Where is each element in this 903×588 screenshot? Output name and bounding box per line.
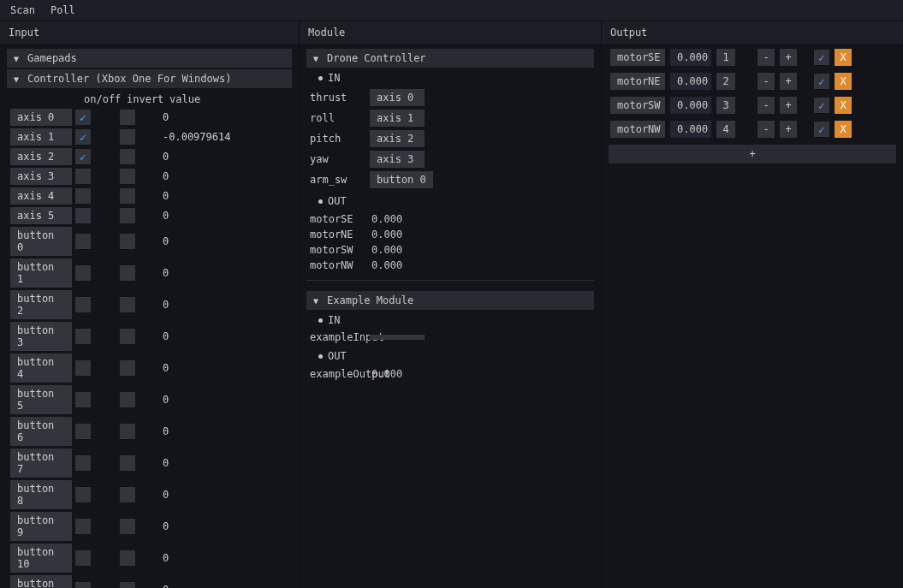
invert-checkbox[interactable] [120, 129, 135, 145]
invert-checkbox[interactable] [120, 297, 135, 312]
onoff-checkbox[interactable] [75, 129, 91, 145]
add-output-button[interactable]: + [609, 145, 896, 163]
invert-checkbox[interactable] [120, 265, 135, 281]
input-value: 0 [139, 425, 169, 437]
module-input-assign[interactable]: axis 1 [370, 110, 425, 127]
invert-checkbox[interactable] [120, 234, 135, 249]
menu-scan[interactable]: Scan [10, 4, 35, 16]
onoff-checkbox[interactable] [75, 392, 91, 407]
onoff-checkbox[interactable] [75, 169, 91, 184]
onoff-checkbox[interactable] [75, 519, 91, 534]
module-output-name: motorNW [310, 259, 361, 271]
output-enable-checkbox[interactable] [814, 74, 829, 89]
tree-gamepads[interactable]: ▼ Gamepads [7, 49, 292, 68]
chevron-down-icon: ▼ [14, 54, 22, 63]
onoff-checkbox[interactable] [75, 455, 91, 471]
delete-button[interactable]: X [835, 73, 852, 90]
onoff-checkbox[interactable] [75, 424, 91, 439]
module-input-assign[interactable]: axis 2 [370, 130, 425, 147]
plus-button[interactable]: + [780, 121, 797, 138]
onoff-checkbox[interactable] [75, 110, 91, 125]
delete-button[interactable]: X [835, 121, 852, 138]
module-output-value: 0.000 [371, 244, 402, 256]
panel-module-body: ▼Drone ControllerINthrustaxis 0rollaxis … [300, 44, 601, 588]
plus-button[interactable]: + [780, 49, 797, 66]
input-value: 0 [139, 111, 169, 123]
onoff-checkbox[interactable] [75, 329, 91, 344]
menu-poll[interactable]: Poll [50, 4, 75, 16]
invert-checkbox[interactable] [120, 329, 135, 344]
out-section: OUT [306, 346, 594, 366]
output-index[interactable]: 3 [716, 97, 735, 114]
output-index[interactable]: 2 [716, 73, 735, 90]
input-row: button 80 [7, 480, 292, 509]
invert-checkbox[interactable] [120, 550, 135, 566]
input-name-chip: button 1 [10, 258, 72, 288]
onoff-checkbox[interactable] [75, 550, 91, 566]
onoff-checkbox[interactable] [75, 149, 91, 164]
module-input-assign[interactable]: axis 0 [370, 89, 425, 106]
invert-checkbox[interactable] [120, 149, 135, 164]
input-name-chip: button 3 [10, 322, 72, 351]
panel-output-body: motorSE0.0001-+XmotorNE0.0002-+XmotorSW0… [602, 44, 903, 588]
onoff-checkbox[interactable] [75, 297, 91, 312]
input-row: button 30 [7, 322, 292, 351]
input-row: button 50 [7, 385, 292, 414]
minus-button[interactable]: - [757, 97, 775, 114]
module-title: Example Module [327, 294, 413, 306]
minus-button[interactable]: - [757, 121, 775, 138]
invert-checkbox[interactable] [120, 487, 135, 502]
invert-checkbox[interactable] [120, 392, 135, 407]
output-enable-checkbox[interactable] [814, 50, 829, 65]
delete-button[interactable]: X [835, 49, 852, 66]
output-index[interactable]: 1 [716, 49, 735, 66]
invert-checkbox[interactable] [120, 169, 135, 184]
panel-module: Module ▼Drone ControllerINthrustaxis 0ro… [300, 21, 602, 588]
output-index[interactable]: 4 [716, 121, 735, 138]
input-name-chip: button 9 [10, 512, 72, 541]
minus-button[interactable]: - [757, 49, 775, 66]
module-title: Drone Controller [327, 52, 426, 64]
invert-checkbox[interactable] [120, 188, 135, 204]
module-header[interactable]: ▼Example Module [306, 291, 594, 310]
delete-button[interactable]: X [835, 97, 852, 114]
input-value: 0 [139, 362, 169, 374]
invert-checkbox[interactable] [120, 208, 135, 223]
output-enable-checkbox[interactable] [814, 122, 829, 137]
invert-checkbox[interactable] [120, 360, 135, 376]
onoff-checkbox[interactable] [75, 487, 91, 502]
plus-button[interactable]: + [780, 73, 797, 90]
module-input-name: thrust [310, 92, 358, 104]
input-value: 0 [139, 170, 169, 182]
output-enable-checkbox[interactable] [814, 98, 829, 113]
onoff-checkbox[interactable] [75, 360, 91, 376]
module-input-assign[interactable] [370, 335, 425, 340]
invert-checkbox[interactable] [120, 455, 135, 471]
input-value: 0 [139, 235, 169, 247]
tree-controller[interactable]: ▼ Controller (Xbox One For Windows) [7, 69, 292, 88]
onoff-checkbox[interactable] [75, 234, 91, 249]
onoff-checkbox[interactable] [75, 265, 91, 281]
invert-checkbox[interactable] [120, 424, 135, 439]
onoff-checkbox[interactable] [75, 582, 91, 588]
output-name-chip: motorSE [610, 49, 665, 66]
invert-checkbox[interactable] [120, 582, 135, 588]
menubar: Scan Poll [0, 0, 903, 21]
invert-checkbox[interactable] [120, 519, 135, 534]
gamepads-label: Gamepads [27, 52, 77, 64]
output-row: motorNE0.0002-+X [609, 73, 896, 90]
onoff-checkbox[interactable] [75, 188, 91, 204]
in-label: IN [328, 72, 340, 84]
invert-checkbox[interactable] [120, 110, 135, 125]
plus-button[interactable]: + [780, 97, 797, 114]
module-input-assign[interactable]: button 0 [370, 171, 433, 188]
minus-button[interactable]: - [757, 73, 775, 90]
module-input-assign[interactable]: axis 3 [370, 151, 425, 168]
out-label: OUT [328, 350, 347, 362]
module-header[interactable]: ▼Drone Controller [306, 49, 594, 68]
module-input-row: arm_swbutton 0 [306, 170, 594, 189]
panels: Input ▼ Gamepads ▼ Controller (Xbox One … [0, 21, 903, 588]
input-value: 0 [139, 520, 169, 532]
module-input-row: pitchaxis 2 [306, 129, 594, 148]
onoff-checkbox[interactable] [75, 208, 91, 223]
